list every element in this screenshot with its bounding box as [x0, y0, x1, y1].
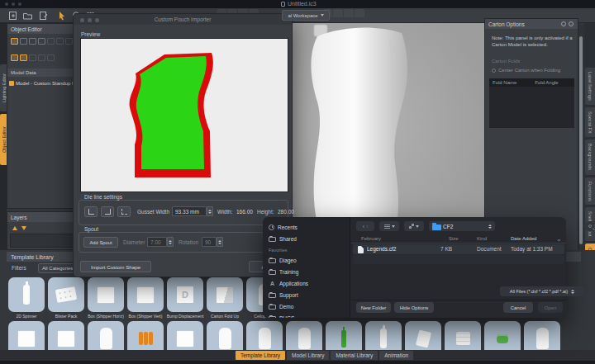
tab-model-library[interactable]: Model Library [287, 351, 329, 360]
spout-rotation-stepper[interactable] [217, 237, 223, 247]
gusset-stepper[interactable] [207, 206, 213, 216]
object-tool-icon[interactable] [65, 38, 73, 45]
object-tool-icon[interactable] [11, 38, 18, 45]
object-tool-icon[interactable] [38, 38, 45, 45]
filters-label: Filters [12, 265, 26, 271]
layer-up-icon[interactable] [12, 226, 17, 230]
new-document-icon[interactable] [7, 10, 18, 21]
new-folder-button[interactable]: New Folder [356, 302, 391, 313]
object-tool-icon[interactable] [29, 54, 36, 61]
close-window-icon[interactable] [5, 2, 8, 6]
panel-tab-backgrounds[interactable]: Backgrounds [585, 139, 595, 174]
minimize-window-icon[interactable] [12, 2, 15, 6]
bottle-icon [23, 285, 30, 305]
tab-animation[interactable]: Animation [379, 351, 413, 360]
fold-left-button[interactable] [84, 206, 98, 217]
template-tile[interactable] [88, 277, 124, 312]
panel-tab-special-fx[interactable]: Special FX [585, 107, 595, 138]
fold-name-column: Fold Name [493, 80, 516, 85]
current-folder-dropdown[interactable]: CF2 [429, 221, 495, 231]
group-view-dropdown[interactable] [404, 221, 424, 231]
list-view-dropdown[interactable] [379, 221, 399, 231]
green-jar-icon [497, 334, 508, 343]
file-row-legends-cf2[interactable]: Legends.cf2 7 KB Document Today at 1:33 … [353, 244, 564, 254]
fold-table-body[interactable] [489, 87, 574, 128]
sidebar-item-training[interactable]: Training [269, 267, 298, 276]
fold-angle-column: Fold Angle [535, 80, 558, 85]
close-dialog-icon[interactable] [80, 18, 84, 22]
cancel-button[interactable]: Cancel [503, 302, 533, 313]
object-tool-icon[interactable] [56, 38, 64, 45]
dieline-preview-canvas[interactable] [80, 38, 288, 192]
fold-table-header[interactable]: Fold Name Fold Angle [489, 78, 574, 87]
spout-diameter-input[interactable]: 7.00 [147, 237, 167, 247]
toolbar-icon[interactable] [344, 9, 354, 17]
folder-icon [269, 258, 276, 263]
panel-pin-icon[interactable] [561, 21, 566, 26]
add-spout-button[interactable]: Add Spout [83, 237, 118, 248]
back-forward-buttons[interactable]: ‹› [356, 221, 374, 231]
recents-label: Recents [278, 225, 298, 230]
open-button[interactable]: Open [538, 302, 563, 313]
import-custom-shape-button[interactable]: Import Custom Shape [80, 261, 151, 272]
panel-close-icon[interactable] [569, 21, 574, 26]
object-tool-icon[interactable] [11, 54, 18, 61]
gusset-width-input[interactable]: 93.33 mm [172, 206, 207, 216]
layer-down-icon[interactable] [21, 226, 26, 230]
panel-tab-functions[interactable]: Functions [585, 177, 595, 206]
fold-right-button[interactable] [101, 206, 114, 217]
toolbar-icon[interactable] [355, 9, 364, 17]
folder-blue-icon [432, 225, 441, 230]
tab-material-library[interactable]: Material Library [331, 351, 378, 360]
fold-gusset-button[interactable] [117, 206, 131, 217]
sidebar-item-demo[interactable]: Demo [269, 302, 293, 310]
sidebar-item-diageo[interactable]: Diageo [269, 256, 297, 264]
pouch-dieline-drawing [81, 39, 289, 191]
object-tool-icon[interactable] [20, 54, 27, 61]
shared-folder-icon [269, 237, 276, 242]
layers-list[interactable] [10, 234, 74, 248]
object-tool-icon[interactable] [20, 38, 27, 45]
sidebar-item-applications[interactable]: AApplications [269, 279, 308, 287]
minimize-dialog-icon[interactable] [88, 18, 92, 22]
file-list-column-headers[interactable]: February Size Kind Date Added ⌄ [351, 235, 566, 243]
preview-label: Preview [81, 31, 100, 37]
orange-bottles-icon [139, 332, 153, 345]
zoom-dialog-icon[interactable] [95, 18, 99, 22]
select-tool-icon[interactable] [56, 10, 68, 21]
object-tool-icon[interactable] [47, 38, 55, 45]
template-tile[interactable]: D [167, 277, 203, 312]
toolbar-icon[interactable] [333, 9, 343, 17]
sidebar-item-shared[interactable]: Shared [269, 234, 297, 243]
search-icon [588, 225, 592, 228]
object-tool-icon[interactable] [38, 54, 45, 61]
chevron-down-icon [321, 14, 324, 17]
hide-options-button[interactable]: Hide Options [394, 302, 434, 313]
sidebar-item-recents[interactable]: Recents [269, 223, 298, 231]
object-tool-icon[interactable] [47, 54, 55, 61]
panel-tab-label-settings[interactable]: Label Settings [585, 68, 595, 105]
template-tile[interactable] [48, 277, 84, 312]
template-tile[interactable] [8, 277, 45, 312]
sidebar-item-bugs[interactable]: BUGS [269, 314, 294, 318]
model-tree-item[interactable]: Model - Custom Standup Po [9, 79, 75, 87]
search-field[interactable]: Search [584, 221, 595, 231]
template-tile-label: Box (Shipper Horiz) [86, 314, 126, 319]
sidebar-item-support[interactable]: Support [269, 291, 298, 299]
center-carton-checkbox[interactable]: Center Carton when Folding [492, 68, 560, 73]
spout-rotation-input[interactable]: 90 [202, 237, 217, 247]
tab-template-library[interactable]: Template Library [236, 351, 285, 360]
file-type-filter-dropdown[interactable]: All Files (*.dxf *.cf2 *.pdf *.ai) [500, 286, 584, 296]
3d-viewport[interactable] [281, 23, 485, 250]
open-folder-icon[interactable] [21, 10, 33, 21]
import-document-icon[interactable] [38, 10, 50, 21]
carton-panel-scrollbar[interactable] [578, 25, 584, 256]
template-tile[interactable] [127, 277, 164, 312]
carton-note-text: Note: This panel is only activated if a … [492, 35, 573, 49]
scrollbar-thumb[interactable] [579, 36, 583, 244]
object-tool-icon[interactable] [29, 38, 36, 45]
workspace-selector-dropdown[interactable]: al Workspace [282, 10, 330, 21]
template-tile[interactable] [207, 277, 243, 312]
spout-diameter-stepper[interactable] [167, 237, 174, 247]
zoom-window-icon[interactable] [18, 2, 21, 6]
